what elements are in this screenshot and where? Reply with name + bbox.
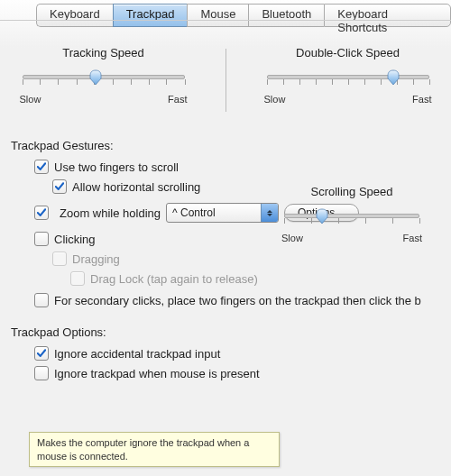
zoom-modifier-value: ^ Control [167,206,261,219]
scrolling-speed-block: Scrolling Speed Slow Fast [280,185,424,243]
scrolling-fast-label: Fast [403,233,422,243]
checkbox-drag-lock [70,271,85,286]
label-drag-lock: Drag Lock (tap again to release) [90,272,258,286]
options-section-title: Trackpad Options: [11,325,451,339]
label-dragging: Dragging [72,252,120,266]
doubleclick-fast-label: Fast [412,94,431,105]
checkbox-dragging [52,252,67,266]
doubleclick-speed-slider[interactable] [267,67,429,85]
trackpad-panel: Tracking Speed Slow Fast Double-Click Sp… [0,20,451,476]
doubleclick-speed-block: Double-Click Speed Slow Fast [262,46,434,105]
checkbox-zoom-holding[interactable] [34,206,49,220]
label-horizontal-scroll: Allow horizontal scrolling [72,180,200,194]
checkbox-horizontal-scroll[interactable] [52,179,67,194]
label-ignore-accidental: Ignore accidental trackpad input [54,347,220,361]
tracking-speed-slider[interactable] [23,67,185,85]
gestures-section-title: Trackpad Gestures: [11,139,451,152]
doubleclick-slow-label: Slow [264,94,286,105]
label-clicking: Clicking [54,233,96,246]
popup-arrow-icon [261,204,278,222]
label-zoom-holding: Zoom while holding [60,206,161,220]
checkbox-two-finger-scroll[interactable] [34,160,49,174]
checkbox-ignore-accidental[interactable] [34,346,49,361]
tracking-speed-block: Tracking Speed Slow Fast [18,46,189,105]
scrolling-slow-label: Slow [281,233,303,243]
doubleclick-speed-title: Double-Click Speed [262,46,434,60]
tracking-speed-title: Tracking Speed [18,46,189,60]
vertical-divider [226,49,226,112]
scrolling-speed-title: Scrolling Speed [280,185,424,198]
checkbox-clicking[interactable] [34,232,49,246]
tracking-speed-slow-label: Slow [20,94,41,105]
tracking-speed-fast-label: Fast [168,94,187,105]
checkbox-ignore-when-mouse[interactable] [34,366,49,380]
label-secondary-click: For secondary clicks, place two fingers … [54,294,421,307]
zoom-modifier-popup[interactable]: ^ Control [166,203,279,223]
label-two-finger-scroll: Use two fingers to scroll [54,160,179,174]
scrolling-speed-slider[interactable] [284,206,419,224]
checkbox-secondary-click[interactable] [34,293,49,307]
label-ignore-when-mouse: Ignore trackpad when mouse is present [54,367,260,380]
tooltip: Makes the computer ignore the trackpad w… [29,432,280,467]
